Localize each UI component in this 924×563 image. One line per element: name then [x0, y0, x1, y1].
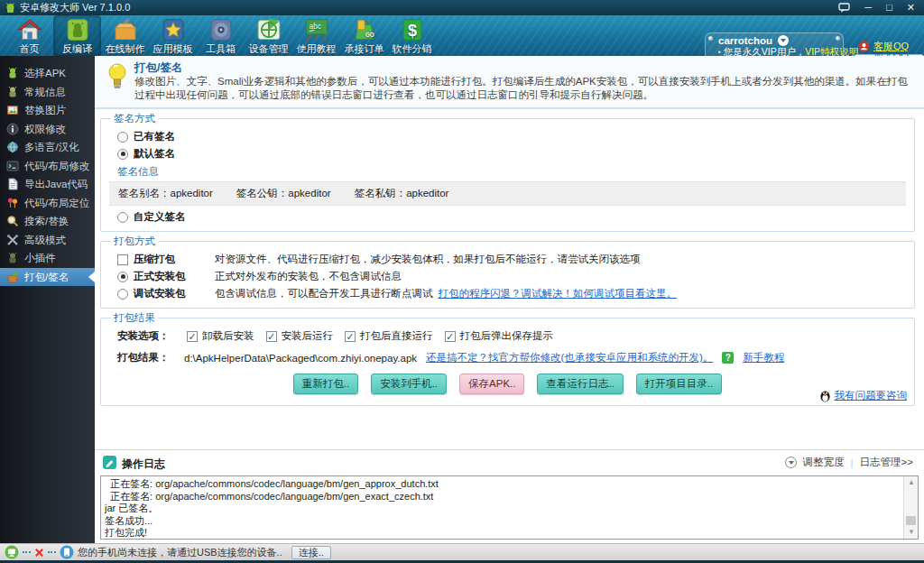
- toolbar-item-label: 首页: [5, 42, 53, 56]
- debug-pack-radio[interactable]: [117, 289, 128, 300]
- sidebar-item-select-apk[interactable]: 选择APK: [0, 64, 95, 83]
- sidebar-item-export-java[interactable]: 导出Java代码: [0, 175, 95, 194]
- lightbulb-icon: [106, 62, 129, 91]
- sign-method-legend: 签名方式: [111, 112, 158, 125]
- sidebar-item-language[interactable]: 多语言/汉化: [0, 138, 95, 157]
- sign-privkey-value: apkeditor: [406, 188, 448, 198]
- release-pack-radio[interactable]: [117, 272, 128, 282]
- svg-text:abc: abc: [309, 23, 320, 31]
- toolbar-item-app-template[interactable]: 应用模板: [149, 15, 197, 56]
- save-apk-button[interactable]: 保存APK..: [459, 374, 524, 394]
- computer-status-icon: [5, 545, 19, 559]
- toolbar-item-distribution[interactable]: $ 软件分销: [388, 15, 436, 56]
- sidebar-item-label: 替换图片: [24, 105, 66, 115]
- existing-sign-label: 已有签名: [134, 130, 175, 143]
- android-info-icon: [6, 86, 19, 98]
- account-chevron-down-icon[interactable]: [778, 35, 789, 46]
- install-options-label: 安装选项：: [117, 329, 175, 343]
- beginner-tutorial-link[interactable]: 新手教程: [743, 351, 784, 365]
- custom-sign-radio[interactable]: [117, 212, 128, 223]
- default-sign-radio[interactable]: [117, 149, 128, 160]
- toolbar-item-home[interactable]: 首页: [5, 15, 53, 56]
- feedback-bubble-icon[interactable]: [838, 3, 850, 13]
- distribution-icon: $: [399, 17, 426, 43]
- separator: |: [851, 457, 854, 468]
- sidebar-item-search-replace[interactable]: 搜索/替换: [0, 212, 95, 231]
- sidebar-item-plugins[interactable]: 小插件: [0, 249, 95, 268]
- tutorial-icon: abc: [303, 17, 330, 43]
- toolbar-item-label: 承接订单: [340, 42, 388, 56]
- uninstall-then-install-checkbox[interactable]: ✓: [187, 331, 198, 342]
- maximize-button[interactable]: □: [886, 3, 892, 13]
- sign-pubkey-label: 签名公钥：: [236, 188, 289, 198]
- toolbar-item-tutorial[interactable]: abc 使用教程: [292, 15, 340, 56]
- status-bar: 您的手机尚未连接，请通过USB连接您的设备.. 连接..: [0, 543, 924, 560]
- app-android-icon: [5, 3, 15, 14]
- operation-log-panel: 操作日志 调整宽度 | 日志管理>> 正在签名: org/apache/comm…: [95, 449, 924, 543]
- sign-info-bar: 签名别名：apkeditor 签名公钥：apkeditor 签名私钥：apked…: [109, 181, 906, 206]
- compress-pack-checkbox[interactable]: [117, 254, 128, 265]
- main-toolbar: 首页 反编译 在线制作 应用模板: [0, 15, 924, 56]
- view-run-log-button[interactable]: 查看运行日志..: [537, 374, 623, 394]
- scroll-down-arrow[interactable]: ▼: [904, 526, 919, 539]
- main-content: 打包/签名 修改图片、文字、Smali业务逻辑和其他的参数后，可以通过本功能进行…: [95, 56, 924, 543]
- sidebar-item-label: 打包/签名: [24, 272, 69, 282]
- log-scrollbar[interactable]: ▲ ▼: [903, 476, 918, 539]
- toolbar-item-toolbox[interactable]: 工具箱: [197, 15, 245, 56]
- plugin-icon: [6, 252, 19, 264]
- toolbar-item-label: 设备管理: [245, 42, 292, 56]
- repack-button[interactable]: 重新打包..: [293, 374, 358, 394]
- open-project-dir-button[interactable]: 打开项目目录..: [636, 374, 722, 394]
- debug-pack-desc: 包含调试信息，可以配合开发工具进行断点调试: [215, 287, 433, 300]
- sidebar-item-permission-edit[interactable]: 权限修改: [0, 120, 95, 139]
- install-to-phone-button[interactable]: 安装到手机..: [371, 374, 447, 394]
- toolbar-item-online-make[interactable]: 在线制作: [101, 15, 149, 56]
- log-manage-link[interactable]: 日志管理>>: [860, 456, 913, 469]
- debug-help-link[interactable]: 打包的程序闪退？调试解决！如何调试项目看这里。: [439, 287, 678, 300]
- log-textarea[interactable]: 正在签名: org/apache/commons/codec/language/…: [100, 475, 919, 540]
- log-line: 正在签名: org/apache/commons/codec/language/…: [105, 478, 900, 491]
- sign-alias-value: apkeditor: [171, 188, 213, 198]
- adjust-width-label[interactable]: 调整宽度: [803, 456, 845, 469]
- bullet-icon: ▪: [718, 48, 721, 56]
- option-label: 安装后运行: [282, 329, 334, 343]
- sidebar-item-code-layout-locate[interactable]: 代码/布局定位: [0, 194, 95, 213]
- sidebar-item-package-sign[interactable]: 打包/签名: [0, 268, 95, 287]
- sidebar-item-code-layout-edit[interactable]: 代码/布局修改: [0, 157, 95, 176]
- toolbar-item-device-manager[interactable]: 设备管理: [245, 15, 292, 56]
- code-edit-icon: [6, 160, 19, 172]
- search-icon: [6, 215, 19, 227]
- decompile-icon: [64, 17, 91, 43]
- qq-penguin-icon: [819, 389, 831, 402]
- sidebar-item-general-info[interactable]: 常规信息: [0, 83, 95, 102]
- scroll-thumb[interactable]: [906, 516, 916, 525]
- toolbar-item-label: 应用模板: [149, 42, 197, 56]
- toolbar-item-orders[interactable]: GO 承接订单: [340, 15, 388, 56]
- sidebar-item-advanced-mode[interactable]: 高级模式: [0, 231, 95, 250]
- adjust-width-chevron-icon[interactable]: [785, 457, 797, 468]
- home-icon: [16, 17, 43, 43]
- toolbar-item-label: 使用教程: [292, 42, 340, 56]
- minimize-button[interactable]: ─: [864, 3, 872, 13]
- toolbar-item-decompile[interactable]: 反编译: [53, 15, 101, 56]
- run-after-install-checkbox[interactable]: ✓: [266, 331, 277, 342]
- scroll-up-arrow[interactable]: ▲: [904, 476, 919, 489]
- save-prompt-checkbox[interactable]: ✓: [445, 331, 456, 342]
- consult-link[interactable]: 我有问题要咨询: [835, 389, 908, 402]
- help-question-icon[interactable]: ?: [722, 352, 734, 364]
- connect-button[interactable]: 连接..: [291, 546, 331, 559]
- sidebar-item-replace-image[interactable]: 替换图片: [0, 101, 95, 120]
- existing-sign-radio[interactable]: [117, 132, 128, 143]
- title-bar: 安卓修改大师 Ver 7.1.0.0: [0, 0, 924, 15]
- official-help-link[interactable]: 还是搞不定？找官方帮你修改(也承接安卓应用和系统的开发)。: [426, 351, 713, 365]
- java-doc-icon: [6, 178, 19, 190]
- close-button[interactable]: ✕: [907, 3, 915, 13]
- sidebar-item-label: 高级模式: [24, 235, 66, 245]
- online-make-icon: [112, 17, 139, 43]
- sidebar-item-label: 选择APK: [24, 68, 66, 78]
- toolbox-icon: [208, 17, 235, 43]
- release-pack-desc: 正式对外发布的安装包，不包含调试信息: [215, 270, 402, 283]
- log-icon: [102, 455, 117, 470]
- run-after-pack-checkbox[interactable]: ✓: [345, 331, 356, 342]
- username: carrotchou: [718, 35, 772, 46]
